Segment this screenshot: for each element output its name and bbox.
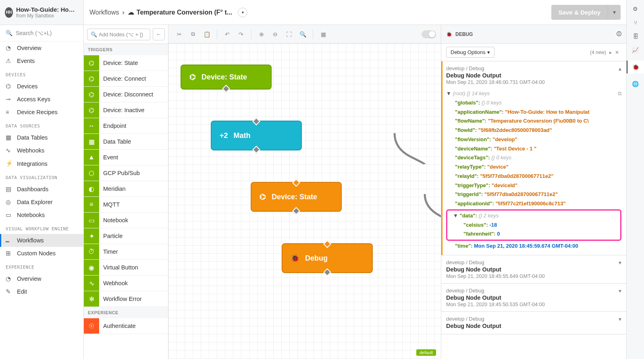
search-input[interactable]: 🔍 Search (⌥+L) [0, 25, 83, 42]
expand-icon[interactable]: ▾ [619, 288, 621, 294]
nav-item-access-keys[interactable]: ⊸Access Keys [0, 93, 83, 106]
palette-item-endpoint[interactable]: ↔Endpoint [84, 118, 168, 134]
debug-header: 🐞 DEBUG ⓘ [441, 25, 626, 44]
debug-entries: ▴ develop / Debug Debug Node Output Mon … [441, 61, 626, 359]
bug-icon[interactable]: 🐞 [627, 61, 644, 73]
node-type-icon: ⌬ [84, 102, 99, 118]
paste-button[interactable]: 📋 [201, 28, 213, 40]
add-button[interactable]: ▦ [317, 28, 329, 40]
nav-item-data-tables[interactable]: ▦Data Tables [0, 131, 83, 144]
nav-label: Events [17, 58, 35, 64]
output-port[interactable] [252, 146, 260, 154]
breadcrumb-parent[interactable]: Workflows [89, 9, 119, 16]
nav-item-edit[interactable]: ✎Edit [0, 285, 83, 298]
entry-time: Mon Sep 21, 2020 18:45:50.535 GMT-04:00 [446, 302, 621, 307]
breadcrumb-title-text: Temperature Conversion (F° t... [137, 9, 232, 16]
back-button[interactable]: ← [153, 28, 165, 40]
add-nodes-input[interactable]: 🔍 Add Nodes (⌥ + [) [87, 29, 150, 40]
palette-item-virtual-button[interactable]: ◉Virtual Button [84, 260, 168, 276]
palette-item-mqtt[interactable]: ≡MQTT [84, 197, 168, 213]
deploy-dropdown[interactable]: ▾ [608, 5, 621, 20]
breadcrumb-dropdown[interactable]: ▾ [238, 8, 247, 17]
nav-item-data-explorer[interactable]: ◎Data Explorer [0, 196, 83, 209]
nav-item-events[interactable]: ⚠Events [0, 54, 83, 67]
database-icon[interactable]: 🗄 [633, 33, 638, 40]
zoom-reset-button[interactable]: 🔍 [297, 28, 309, 40]
nav-item-workflows[interactable]: ⑉Workflows [0, 234, 83, 247]
save-deploy-button[interactable]: Save & Deploy [551, 5, 608, 20]
zoom-out-button[interactable]: ⊖ [269, 28, 281, 40]
copy-icon[interactable]: ⧉ [618, 89, 621, 98]
output-port[interactable] [323, 268, 331, 276]
nav-item-notebooks[interactable]: ▭Notebooks [0, 209, 83, 221]
expand-icon[interactable]: ▾ [619, 316, 621, 322]
cloud-icon: ☁ [128, 8, 134, 16]
bug-icon: 🐞 [291, 254, 299, 263]
fit-button[interactable]: ⛶ [283, 28, 295, 40]
palette-item-device-inactive[interactable]: ⌬Device: Inactive [84, 102, 168, 118]
nav-item-webhooks[interactable]: ∿Webhooks [0, 144, 83, 157]
palette-item-webhook[interactable]: ∿Webhook [84, 276, 168, 291]
meter-icon: ◔ [6, 276, 14, 282]
palette-item-gcp-pub/sub[interactable]: ⬡GCP Pub/Sub [84, 165, 168, 181]
debug-entry[interactable]: ▴ develop / Debug Debug Node Output Mon … [441, 61, 626, 255]
debug-panel: 🐞 DEBUG ⓘ Debug Options ▾ (4 new) ▸ ✕ ▴ … [441, 25, 626, 359]
zoom-in-button[interactable]: ⊕ [256, 28, 268, 40]
close-icon[interactable]: ✕ [615, 50, 619, 55]
chart-icon[interactable]: 📈 [632, 47, 639, 53]
workflow-canvas[interactable]: default ⌬Device: State+2Math⌬Device: Sta… [168, 44, 441, 359]
flow-node-n4[interactable]: 🐞Debug [282, 243, 373, 273]
palette-item-timer[interactable]: ⏱Timer [84, 244, 168, 260]
palette-item-particle[interactable]: ✦Particle [84, 228, 168, 244]
redo-button[interactable]: ↷ [235, 28, 247, 40]
output-port[interactable] [222, 85, 230, 93]
nav-item-dashboards[interactable]: ▤Dashboards [0, 183, 83, 196]
default-badge: default [416, 349, 436, 356]
debug-entry[interactable]: ▾ develop / Debug Debug Node Output Mon … [441, 284, 626, 312]
entry-title: Debug Node Output [446, 72, 621, 79]
cut-button[interactable]: ✂ [173, 28, 185, 40]
flow-node-n1[interactable]: ⌬Device: State [181, 65, 272, 90]
palette-item-device-disconnect[interactable]: ⌬Device: Disconnect [84, 87, 168, 102]
expand-icon[interactable]: ▾ [619, 259, 621, 266]
flow-node-n3[interactable]: ⌬Device: State [251, 182, 342, 212]
node-type-icon: ▦ [84, 134, 99, 149]
undo-button[interactable]: ↶ [221, 28, 233, 40]
nav-item-integrations[interactable]: ⚡Integrations [0, 157, 83, 170]
debug-options-button[interactable]: Debug Options ▾ [446, 47, 494, 58]
input-port[interactable] [252, 117, 260, 125]
palette-item-label: Timer [99, 248, 122, 255]
branch-icon[interactable]: ⑂ [634, 19, 637, 26]
gear-icon[interactable]: ⚙ [633, 6, 638, 12]
search-icon: 🔍 [91, 31, 97, 38]
copy-button[interactable]: ⧉ [187, 28, 199, 40]
palette-item-meridian[interactable]: ◐Meridian [84, 181, 168, 197]
table-icon: ▦ [6, 134, 14, 141]
palette-item-data-table[interactable]: ▦Data Table [84, 134, 168, 150]
live-toggle[interactable] [422, 30, 436, 38]
output-port[interactable] [292, 207, 300, 215]
input-port[interactable] [292, 179, 300, 187]
globe-icon[interactable]: 🌐 [632, 81, 639, 87]
palette-item-device-state[interactable]: ⌬Device: State [84, 55, 168, 71]
collapse-icon[interactable]: ▴ [619, 65, 621, 72]
debug-entry[interactable]: ▾ develop / Debug Debug Node Output [441, 312, 626, 334]
input-port[interactable] [323, 240, 331, 248]
help-icon[interactable]: ⓘ [617, 31, 621, 38]
nav-item-overview[interactable]: ◔Overview [0, 42, 83, 54]
nav-item-devices[interactable]: ⌬Devices [0, 80, 83, 93]
palette-item-device-connect[interactable]: ⌬Device: Connect [84, 71, 168, 87]
entry-path: develop / Debug [446, 259, 621, 265]
nav-item-overview[interactable]: ◔Overview [0, 272, 83, 285]
palette-item-notebook[interactable]: ▭Notebook [84, 213, 168, 228]
next-icon[interactable]: ▸ [609, 50, 612, 55]
palette-item-workflow-error[interactable]: ✻Workflow Error [84, 291, 168, 307]
flow-icon: ⑉ [6, 237, 14, 244]
debug-entry[interactable]: ▾ develop / Debug Debug Node Output Mon … [441, 255, 626, 284]
flow-node-n2[interactable]: +2Math [211, 121, 302, 150]
palette-item-authenticate[interactable]: ☉Authenticate [84, 318, 168, 334]
nav-item-custom-nodes[interactable]: ⊞Custom Nodes [0, 247, 83, 260]
palette-item-event[interactable]: ▲Event [84, 150, 168, 165]
nav-item-device-recipes[interactable]: ≡Device Recipes [0, 106, 83, 119]
palette-item-label: Device: Connect [99, 75, 150, 82]
